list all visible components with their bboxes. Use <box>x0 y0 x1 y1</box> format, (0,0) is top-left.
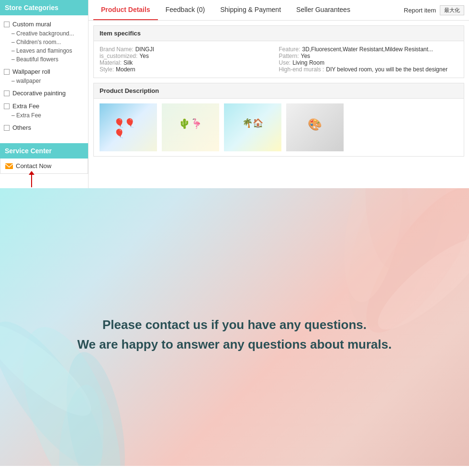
product-image-3 <box>224 103 281 151</box>
spec-value-customized: Yes <box>139 53 149 59</box>
checkbox-icon <box>4 125 10 131</box>
tab-seller-guarantees[interactable]: Seller Guarantees <box>289 0 358 20</box>
product-image-2 <box>162 103 219 151</box>
product-description-section: Product Description <box>93 83 464 157</box>
sidebar-item-wallpaper-roll[interactable]: Wallpaper roll <box>0 67 88 77</box>
sidebar-sub-beautiful-flowers[interactable]: – Beautiful flowers <box>0 55 88 64</box>
category-group-custom-mural: Custom mural – Creative background... – … <box>0 19 88 64</box>
banner-line2: We are happy to answer any questions abo… <box>78 335 392 355</box>
spec-row-feature: Feature: 3D,Fluorescent,Water Resistant,… <box>279 46 458 53</box>
tab-product-details[interactable]: Product Details <box>93 0 158 20</box>
tab-shipping-payment[interactable]: Shipping & Payment <box>212 0 289 20</box>
item-specifics-section: Item specifics Brand Name: DINGJI is_cus… <box>93 25 464 78</box>
spec-label-pattern: Pattern: <box>279 53 299 59</box>
spec-value-feature: 3D,Fluorescent,Water Resistant,Mildew Re… <box>302 46 433 53</box>
sidebar-item-extra-fee[interactable]: Extra Fee <box>0 101 88 111</box>
spec-row-style: Style: Modern <box>100 66 279 73</box>
checkbox-icon <box>4 69 10 75</box>
contact-now-label: Contact Now <box>16 162 51 170</box>
spec-label-brand: Brand Name: <box>100 46 134 53</box>
maximize-button[interactable]: 最大化 <box>440 5 464 15</box>
product-image-4 <box>286 103 344 151</box>
sidebar-item-others[interactable]: Others <box>0 123 88 133</box>
item-specifics-header: Item specifics <box>94 26 464 41</box>
mail-svg <box>5 164 13 169</box>
sidebar-item-decorative-painting[interactable]: Decorative painting <box>0 88 88 98</box>
spec-value-use: Living Room <box>292 59 324 66</box>
spec-label-customized: is_customized: <box>100 53 137 59</box>
specifics-grid: Brand Name: DINGJI is_customized: Yes Ma… <box>94 41 464 78</box>
product-images-row <box>100 103 458 151</box>
product-description-content <box>94 99 464 156</box>
service-center-title: Service Center <box>0 143 88 159</box>
category-main-label: Others <box>12 124 31 131</box>
spec-value-high-end: DIY beloved room, you will be the best d… <box>326 66 447 73</box>
tabs-bar: Product Details Feedback (0) Shipping & … <box>89 0 469 21</box>
spec-value-style: Modern <box>116 66 135 73</box>
category-main-label: Wallpaper roll <box>12 68 50 75</box>
spec-value-material: Silk <box>123 59 133 66</box>
category-group-others: Others <box>0 123 88 133</box>
sidebar-sub-creative-background[interactable]: – Creative background... <box>0 29 88 38</box>
sidebar-sub-childrens-room[interactable]: – Children's room... <box>0 38 88 46</box>
spec-row-brand: Brand Name: DINGJI <box>100 46 279 53</box>
sidebar-item-custom-mural[interactable]: Custom mural <box>0 19 88 29</box>
category-main-label: Decorative painting <box>12 90 66 97</box>
checkbox-icon <box>4 103 10 109</box>
spec-label-material: Material: <box>100 59 122 66</box>
checkbox-icon <box>4 91 10 96</box>
tab-feedback[interactable]: Feedback (0) <box>158 0 212 20</box>
product-image-1 <box>100 103 157 151</box>
report-item-button[interactable]: Report item <box>404 7 436 14</box>
store-categories-title: Store Categories <box>0 0 88 15</box>
spec-row-use: Use: Living Room <box>279 59 458 66</box>
banner-line1: Please contact us if you have any questi… <box>78 315 392 335</box>
category-group-decorative-painting: Decorative painting <box>0 88 88 98</box>
spec-label-style: Style: <box>100 66 114 73</box>
sidebar-sub-wallpaper[interactable]: – wallpaper <box>0 77 88 85</box>
banner-section: Please contact us if you have any questi… <box>0 188 469 466</box>
checkbox-icon <box>4 22 10 27</box>
sidebar-categories: Custom mural – Creative background... – … <box>0 15 88 139</box>
category-main-label: Custom mural <box>12 21 51 28</box>
spec-value-pattern: Yes <box>301 53 311 59</box>
spec-label-feature: Feature: <box>279 46 301 53</box>
specs-left-col: Brand Name: DINGJI is_customized: Yes Ma… <box>100 46 279 73</box>
product-description-header: Product Description <box>94 83 464 99</box>
spec-label-high-end: High-end murals : <box>279 66 324 73</box>
spec-value-brand: DINGJI <box>135 46 154 53</box>
specs-right-col: Feature: 3D,Fluorescent,Water Resistant,… <box>279 46 458 73</box>
red-arrow-icon <box>31 174 32 187</box>
spec-row-high-end-murals: High-end murals : DIY beloved room, you … <box>279 66 458 73</box>
sidebar: Store Categories Custom mural – Creative… <box>0 0 89 188</box>
category-group-extra-fee: Extra Fee – Extra Fee <box>0 101 88 120</box>
spec-row-material: Material: Silk <box>100 59 279 66</box>
feather-right-svg <box>325 188 469 428</box>
sidebar-sub-extra-fee[interactable]: – Extra Fee <box>0 111 88 120</box>
mail-icon <box>5 163 13 169</box>
sidebar-sub-leaves-flamingos[interactable]: – Leaves and flamingos <box>0 46 88 55</box>
category-group-wallpaper-roll: Wallpaper roll – wallpaper <box>0 67 88 85</box>
arrow-annotation <box>0 174 88 188</box>
page-wrapper: Store Categories Custom mural – Creative… <box>0 0 469 188</box>
category-main-label: Extra Fee <box>12 102 39 110</box>
spec-row-pattern: Pattern: Yes <box>279 53 458 59</box>
spec-label-use: Use: <box>279 59 291 66</box>
main-content: Product Details Feedback (0) Shipping & … <box>89 0 469 188</box>
banner-text: Please contact us if you have any questi… <box>78 315 392 355</box>
spec-row-customized: is_customized: Yes <box>100 53 279 59</box>
feather-right-decoration <box>325 188 469 428</box>
contact-now-button[interactable]: Contact Now <box>0 159 88 174</box>
